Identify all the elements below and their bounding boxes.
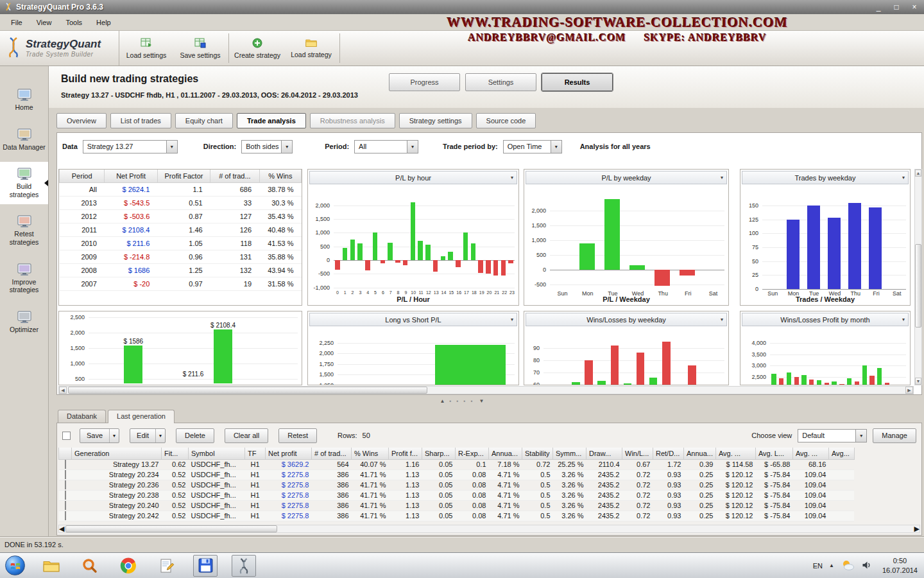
tray-weather-icon[interactable] [841, 559, 855, 572]
scrollbar-thumb[interactable] [68, 387, 427, 394]
tray-volume-icon[interactable] [861, 560, 872, 572]
table-row[interactable]: Strategy 20.2340.52USDCHF_fh...H1$ 2275.… [59, 469, 855, 480]
taskbar-folder-icon[interactable] [39, 555, 64, 577]
column-header-net-profit[interactable]: Net profit [266, 448, 312, 459]
tab-robustness-analysis[interactable]: Robustness analysis [310, 113, 395, 128]
sidebar-item-build-strategies[interactable]: Build strategies [0, 162, 48, 204]
scrollbar-thumb[interactable] [915, 244, 921, 328]
column-header-of-trad[interactable]: # of trad... [210, 170, 259, 182]
scroll-right-icon[interactable]: ▶ [914, 525, 920, 533]
tab-equity-chart[interactable]: Equity chart [175, 113, 233, 128]
maximize-button[interactable]: □ [891, 3, 902, 12]
menu-item-file[interactable]: File [4, 16, 30, 29]
chevron-down-icon[interactable]: ▾ [551, 141, 561, 153]
table-row[interactable]: Strategy 20.2360.52USDCHF_fh...H1$ 2275.… [59, 480, 855, 490]
results-button[interactable]: Results [542, 73, 613, 91]
column-header-tf[interactable]: TF [245, 448, 266, 459]
column-header-of-trad[interactable]: # of trad... [312, 448, 352, 459]
clear-all-button[interactable]: Clear all [225, 428, 268, 443]
column-header-fit[interactable]: Fit... [162, 448, 189, 459]
tray-language[interactable]: EN [813, 562, 823, 570]
column-header-wins[interactable]: % Wins [259, 170, 301, 182]
column-header-profit-f[interactable]: Profit f... [389, 448, 422, 459]
charts-vertical-scrollbar[interactable]: ▲ ▼ [914, 169, 922, 385]
column-header-draw[interactable]: Draw... [586, 448, 622, 459]
menu-item-tools[interactable]: Tools [58, 16, 89, 29]
chart-selector-long-vs-short[interactable]: Long vs Short P/L▾ [309, 313, 517, 326]
column-header-ret-d[interactable]: Ret/D... [653, 448, 684, 459]
trade-period-combo[interactable]: Open Time▾ [503, 140, 562, 153]
minimize-button[interactable]: _ [873, 3, 884, 12]
sidebar-item-improve-strategies[interactable]: Improve strategies [0, 258, 48, 300]
column-header-symbol[interactable]: Symbol [189, 448, 245, 459]
save-button[interactable]: Save▾ [80, 428, 119, 443]
menu-item-view[interactable]: View [30, 16, 59, 29]
column-header-annua[interactable]: Annua... [684, 448, 716, 459]
sidebar-item-retest-strategies[interactable]: Retest strategies [0, 209, 48, 252]
column-header-sharp[interactable]: Sharp... [422, 448, 456, 459]
tray-clock[interactable]: 0:50 16.07.2014 [878, 556, 918, 575]
tab-source-code[interactable]: Source code [476, 113, 536, 128]
delete-button[interactable]: Delete [176, 428, 214, 443]
row-checkbox[interactable] [65, 460, 66, 469]
column-header-win-l[interactable]: Win/L... [622, 448, 653, 459]
direction-combo[interactable]: Both sides▾ [241, 140, 293, 153]
chart-selector-pl-by-hour[interactable]: P/L by hour▾ [309, 171, 517, 184]
chart-selector-wins-losses-profit-by-month[interactable]: Wins/Losses Profit by month▾ [742, 313, 909, 326]
column-header-period[interactable]: Period [60, 170, 105, 182]
table-row[interactable]: Strategy 20.2400.52USDCHF_fh...H1$ 2275.… [59, 500, 855, 511]
taskbar-save-app-icon[interactable] [193, 555, 218, 577]
column-header-r-exp[interactable]: R-Exp... [456, 448, 489, 459]
splitter-control[interactable]: ▲ ▪ ▪ ▪ ▪ ▼ [440, 398, 484, 404]
databank-tab-last-generation[interactable]: Last generation [108, 410, 175, 423]
row-checkbox[interactable] [65, 470, 66, 479]
select-all-checkbox[interactable] [62, 432, 71, 440]
sidebar-item-data-manager[interactable]: Data Manager [0, 123, 48, 157]
databank-horizontal-scrollbar[interactable]: ◀ ▶ [58, 525, 920, 533]
chevron-down-icon[interactable]: ▾ [109, 429, 119, 442]
data-combo[interactable]: Strategy 13.27▾ [83, 140, 178, 153]
edit-button[interactable]: Edit▾ [130, 428, 166, 443]
chevron-down-icon[interactable]: ▾ [855, 430, 866, 442]
chevron-down-icon[interactable]: ▾ [407, 141, 418, 153]
column-header-avg[interactable]: Avg. ... [792, 448, 828, 459]
progress-button[interactable]: Progress [389, 73, 460, 91]
column-header-stability[interactable]: Stability [522, 448, 553, 459]
column-header-symm[interactable]: Symm... [553, 448, 586, 459]
retest-button[interactable]: Retest [278, 428, 317, 443]
collapse-up-icon[interactable]: ▲ [440, 398, 445, 404]
taskbar-search-icon[interactable] [78, 555, 102, 577]
view-combo[interactable]: Default▾ [798, 429, 867, 442]
column-header-wins[interactable]: % Wins [352, 448, 389, 459]
collapse-down-icon[interactable]: ▼ [479, 398, 484, 404]
chevron-down-icon[interactable]: ▾ [281, 141, 292, 153]
start-button[interactable] [5, 556, 25, 575]
databank-tab-databank[interactable]: Databank [58, 410, 106, 423]
column-header-profit-factor[interactable]: Profit Factor [157, 170, 210, 182]
sidebar-item-home[interactable]: Home [0, 83, 48, 118]
charts-horizontal-scrollbar[interactable]: ◀ ▶ [58, 386, 914, 394]
scroll-down-icon[interactable]: ▼ [915, 378, 921, 385]
column-header-avg-l[interactable]: Avg. L... [755, 448, 792, 459]
splitter-grip[interactable]: ▪ ▪ ▪ ▪ [449, 398, 474, 404]
chart-selector-trades-by-weekday[interactable]: Trades by weekday▾ [742, 171, 909, 184]
toolbar-button-save-settings[interactable]: Save settings [173, 31, 227, 66]
row-checkbox[interactable] [65, 511, 66, 520]
column-header-generation[interactable]: Generation [72, 448, 162, 459]
taskbar-chrome-icon[interactable] [116, 555, 141, 577]
scrollbar-thumb[interactable] [65, 525, 277, 532]
tray-expand-icon[interactable]: ▲ [829, 563, 834, 568]
period-combo[interactable]: All▾ [354, 140, 418, 153]
toolbar-button-load-settings[interactable]: Load settings [119, 31, 173, 66]
chart-selector-wins-losses-by-weekday[interactable]: Wins/Losses by weekday▾ [526, 313, 727, 326]
manage-button[interactable]: Manage [873, 428, 916, 443]
toolbar-button-create-strategy[interactable]: Create strategy [230, 31, 284, 66]
close-button[interactable]: × [909, 3, 920, 12]
table-row[interactable]: Strategy 20.2380.52USDCHF_fh...H1$ 2275.… [59, 490, 855, 500]
chevron-down-icon[interactable]: ▾ [166, 141, 177, 153]
taskbar-editor-icon[interactable] [155, 555, 179, 577]
sidebar-item-optimizer[interactable]: Optimizer [0, 305, 48, 340]
row-checkbox[interactable] [65, 491, 66, 500]
table-row[interactable]: Strategy 20.2420.52USDCHF_fh...H1$ 2275.… [59, 511, 855, 521]
scroll-left-icon[interactable]: ◀ [59, 387, 67, 394]
